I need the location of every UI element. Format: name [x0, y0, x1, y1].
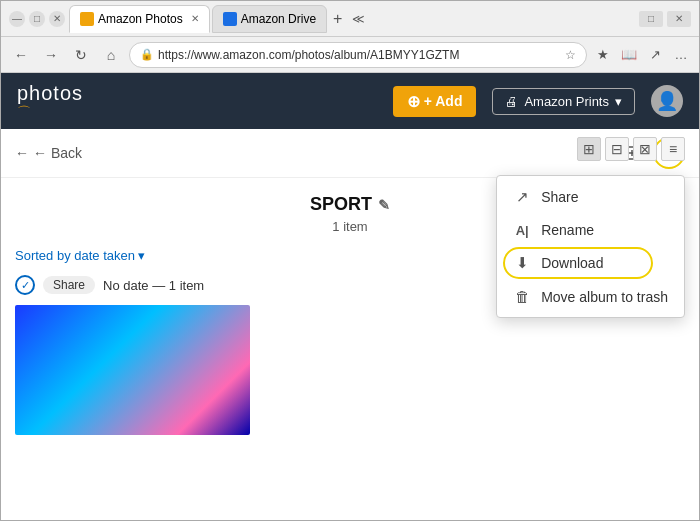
photos-logo: photos ⌒ [17, 83, 83, 119]
bookmark-icon[interactable]: ☆ [565, 48, 576, 62]
sub-content: ← ← Back ⋮ SPORT ✎ [1, 129, 699, 521]
back-arrow-icon: ← [15, 145, 29, 161]
date-label: No date — 1 item [103, 278, 204, 293]
window-close-top-button[interactable]: ✕ [667, 11, 691, 27]
album-title-text: SPORT [310, 194, 372, 215]
sort-chevron-icon: ▾ [138, 248, 145, 263]
share-browser-icon[interactable]: ↗ [645, 45, 665, 65]
photo-thumbnail[interactable] [15, 305, 250, 435]
photos-logo-text: photos [17, 83, 83, 103]
photos-header: photos ⌒ ⊕ + Add 🖨 Amazon Prints ▾ 👤 [1, 73, 699, 129]
reader-icon[interactable]: 📖 [619, 45, 639, 65]
rename-label: Rename [541, 222, 594, 238]
avatar[interactable]: 👤 [651, 85, 683, 117]
maximize-button[interactable]: □ [29, 11, 45, 27]
move-trash-label: Move album to trash [541, 289, 668, 305]
lock-icon: 🔒 [140, 48, 154, 61]
rename-menu-icon: A| [513, 223, 531, 238]
menu-item-move-trash[interactable]: 🗑 Move album to trash [497, 280, 684, 313]
minimize-button[interactable]: — [9, 11, 25, 27]
tab-icon-amazon-drive [223, 12, 237, 26]
tab-close-amazon-photos[interactable]: ✕ [191, 13, 199, 24]
amazon-arrow-icon: ⌒ [17, 105, 31, 119]
view-grid-small-button[interactable]: ⊠ [633, 137, 657, 161]
add-label: + Add [424, 93, 463, 109]
dropdown-menu: ↗ Share A| Rename ⬇ Download 🗑 Move albu… [496, 175, 685, 318]
close-button[interactable]: ✕ [49, 11, 65, 27]
forward-nav-button[interactable]: → [39, 43, 63, 67]
prints-icon: 🖨 [505, 94, 518, 109]
tab-label-amazon-drive: Amazon Drive [241, 12, 316, 26]
tab-amazon-drive[interactable]: Amazon Drive [212, 5, 327, 33]
tab-expand-icon[interactable]: ≪ [352, 12, 365, 26]
share-menu-icon: ↗ [513, 188, 531, 206]
sort-label-text: Sorted by date taken [15, 248, 135, 263]
address-actions: ☆ [565, 48, 576, 62]
browser-action-icons: ★ 📖 ↗ … [593, 45, 691, 65]
trash-menu-icon: 🗑 [513, 288, 531, 305]
edit-title-icon[interactable]: ✎ [378, 197, 390, 213]
view-grid-large-button[interactable]: ⊞ [577, 137, 601, 161]
refresh-button[interactable]: ↻ [69, 43, 93, 67]
tab-icon-amazon-photos [80, 12, 94, 26]
back-link[interactable]: ← ← Back [15, 145, 82, 161]
amazon-prints-button[interactable]: 🖨 Amazon Prints ▾ [492, 88, 635, 115]
avatar-icon: 👤 [656, 90, 678, 112]
prints-label: Amazon Prints [524, 94, 609, 109]
plus-icon: ⊕ [407, 92, 420, 111]
home-button[interactable]: ⌂ [99, 43, 123, 67]
tab-bar: Amazon Photos ✕ Amazon Drive + ≪ [69, 5, 365, 33]
download-label: Download [541, 255, 603, 271]
sort-dropdown[interactable]: Sorted by date taken ▾ [15, 248, 145, 263]
menu-item-share[interactable]: ↗ Share [497, 180, 684, 214]
add-button[interactable]: ⊕ + Add [393, 86, 477, 117]
view-list-button[interactable]: ≡ [661, 137, 685, 161]
prints-chevron-icon: ▾ [615, 94, 622, 109]
app-content: photos ⌒ ⊕ + Add 🖨 Amazon Prints ▾ 👤 ← ←… [1, 73, 699, 521]
tab-amazon-photos[interactable]: Amazon Photos ✕ [69, 5, 210, 33]
check-circle-icon[interactable]: ✓ [15, 275, 35, 295]
share-badge[interactable]: Share [43, 276, 95, 294]
menu-item-rename[interactable]: A| Rename [497, 214, 684, 246]
favorites-icon[interactable]: ★ [593, 45, 613, 65]
download-menu-icon: ⬇ [513, 254, 531, 272]
address-text: https://www.amazon.com/photos/album/A1BM… [158, 48, 561, 62]
browser-titlebar: — □ ✕ Amazon Photos ✕ Amazon Drive + ≪ □… [1, 1, 699, 37]
menu-item-download[interactable]: ⬇ Download [497, 246, 684, 280]
address-bar-row: ← → ↻ ⌂ 🔒 https://www.amazon.com/photos/… [1, 37, 699, 73]
window-controls: — □ ✕ [9, 11, 65, 27]
view-grid-medium-button[interactable]: ⊟ [605, 137, 629, 161]
tab-label-amazon-photos: Amazon Photos [98, 12, 183, 26]
address-bar[interactable]: 🔒 https://www.amazon.com/photos/album/A1… [129, 42, 587, 68]
back-label: ← Back [33, 145, 82, 161]
back-nav-button[interactable]: ← [9, 43, 33, 67]
share-label: Share [541, 189, 578, 205]
window-restore-button[interactable]: □ [639, 11, 663, 27]
photo-grid-area [1, 301, 699, 439]
new-tab-button[interactable]: + [329, 10, 346, 28]
view-icons: ⊞ ⊟ ⊠ ≡ [577, 137, 685, 161]
more-browser-icon[interactable]: … [671, 45, 691, 65]
